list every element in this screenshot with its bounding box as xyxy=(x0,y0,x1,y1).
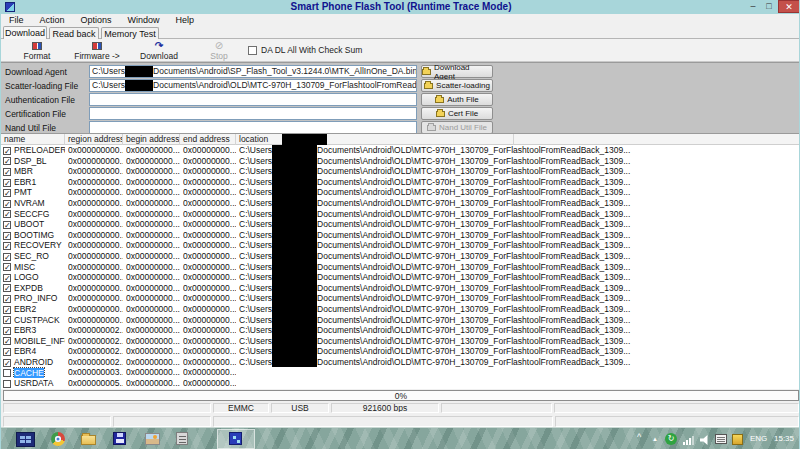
table-row[interactable]: ✓CUSTPACK 0x000000000... 0x00000000... 0… xyxy=(1,315,800,326)
column-header-end-address[interactable]: end address xyxy=(180,134,236,145)
row-checkbox[interactable] xyxy=(3,369,11,377)
menu-action[interactable]: Action xyxy=(32,15,73,25)
tray-app-icon[interactable] xyxy=(732,434,743,445)
row-checkbox[interactable]: ✓ xyxy=(3,189,11,197)
tab-download[interactable]: Download xyxy=(3,26,47,39)
row-checkbox[interactable]: ✓ xyxy=(3,242,11,250)
file-explorer-icon[interactable] xyxy=(81,435,96,445)
menu-options[interactable]: Options xyxy=(73,15,120,25)
da-dl-checksum-checkbox[interactable] xyxy=(248,46,257,55)
table-row[interactable]: ✓BOOTIMG 0x000000000... 0x00000000... 0x… xyxy=(1,230,800,241)
table-row[interactable]: ✓SEC_RO 0x000000000... 0x00000000... 0x0… xyxy=(1,251,800,262)
row-checkbox[interactable]: ✓ xyxy=(3,221,11,229)
row-checkbox[interactable]: ✓ xyxy=(3,359,11,367)
table-row[interactable]: ✓NVRAM 0x000000000... 0x00000000... 0x00… xyxy=(1,198,800,209)
row-checkbox[interactable]: ✓ xyxy=(3,157,11,165)
table-row[interactable]: USRDATA 0x000000005... 0x00000000... 0x0… xyxy=(1,378,800,389)
row-checkbox[interactable] xyxy=(3,380,11,388)
menu-help[interactable]: Help xyxy=(168,15,203,25)
minimize-button[interactable]: – xyxy=(745,0,761,13)
location: C:\UsersDocuments\Android\OLD\MTC-970H_1… xyxy=(239,240,799,251)
row-checkbox[interactable]: ✓ xyxy=(3,168,11,176)
table-row[interactable]: ✓EBR4 0x000000002... 0x00000000... 0x000… xyxy=(1,346,800,357)
row-checkbox[interactable]: ✓ xyxy=(3,232,11,240)
chrome-icon[interactable] xyxy=(51,432,65,446)
input-device-icon[interactable] xyxy=(715,434,727,444)
table-row[interactable]: ✓PRELOADER 0x000000000... 0x00000000... … xyxy=(1,145,800,156)
table-row[interactable]: ✓RECOVERY 0x000000000... 0x00000000... 0… xyxy=(1,240,800,251)
tab-memory-test[interactable]: Memory Test xyxy=(101,27,159,39)
file-path-input[interactable] xyxy=(89,93,417,106)
browse-button[interactable]: Download Agent xyxy=(421,65,493,78)
network-signal-icon[interactable] xyxy=(683,436,695,445)
table-row[interactable]: ✓MBR 0x000000000... 0x00000000... 0x0000… xyxy=(1,166,800,177)
file-path-input[interactable] xyxy=(89,107,417,120)
file-path-input[interactable]: C:\UsersDocuments\Android\OLD\MTC-970H_1… xyxy=(89,79,417,92)
row-checkbox[interactable]: ✓ xyxy=(3,179,11,187)
table-row[interactable]: ✓EXPDB 0x000000000... 0x00000000... 0x00… xyxy=(1,283,800,294)
row-checkbox[interactable]: ✓ xyxy=(3,200,11,208)
table-row[interactable]: ✓LOGO 0x000000000... 0x00000000... 0x000… xyxy=(1,272,800,283)
row-checkbox[interactable]: ✓ xyxy=(3,306,11,314)
end-address: 0x00000000... xyxy=(183,198,236,209)
table-row[interactable]: ✓UBOOT 0x000000000... 0x00000000... 0x00… xyxy=(1,219,800,230)
volume-icon[interactable] xyxy=(700,435,710,445)
language-indicator[interactable]: ENG xyxy=(750,434,767,443)
show-hidden-icons[interactable]: ▲ xyxy=(652,436,658,442)
table-row[interactable]: ✓EBR2 0x000000000... 0x00000000... 0x000… xyxy=(1,304,800,315)
flash-tool-taskbar-icon[interactable] xyxy=(229,432,242,445)
row-checkbox[interactable]: ✓ xyxy=(3,348,11,356)
table-row[interactable]: ✓PMT 0x000000000... 0x00000000... 0x0000… xyxy=(1,187,800,198)
region-address: 0x000000000... xyxy=(68,262,123,273)
menu-window[interactable]: Window xyxy=(120,15,168,25)
browse-button[interactable]: Auth File xyxy=(421,93,493,106)
title-bar[interactable]: Smart Phone Flash Tool (Runtime Trace Mo… xyxy=(1,0,800,14)
row-checkbox[interactable]: ✓ xyxy=(3,253,11,261)
tab-read-back[interactable]: Read back xyxy=(49,27,99,39)
column-header-name[interactable]: name xyxy=(1,134,65,145)
gray-app-icon[interactable] xyxy=(176,432,188,445)
table-row[interactable]: ✓PRO_INFO 0x000000000... 0x00000000... 0… xyxy=(1,293,800,304)
file-path-input[interactable]: C:\UsersDocuments\Android\SP_Flash_Tool_… xyxy=(89,65,417,78)
clock[interactable]: 15:35 xyxy=(774,434,794,443)
close-button[interactable]: ✕ xyxy=(778,0,800,13)
image-viewer-icon[interactable] xyxy=(145,433,160,445)
table-row[interactable]: CACHE 0x000000003... 0x00000000... 0x000… xyxy=(1,367,800,378)
table-row[interactable]: ✓EBR3 0x000000002... 0x00000000... 0x000… xyxy=(1,325,800,336)
location: C:\UsersDocuments\Android\OLD\MTC-970H_1… xyxy=(239,325,799,336)
menu-file[interactable]: File xyxy=(1,15,32,25)
tray-chevron-icon[interactable]: ^ xyxy=(637,432,641,442)
end-address: 0x00000000... xyxy=(183,325,236,336)
row-checkbox[interactable]: ✓ xyxy=(3,327,11,335)
column-header-location[interactable]: location xyxy=(236,134,514,145)
row-checkbox[interactable]: ✓ xyxy=(3,316,11,324)
table-row[interactable]: ✓SECCFG 0x000000000... 0x00000000... 0x0… xyxy=(1,209,800,220)
table-row[interactable]: ✓MISC 0x000000000... 0x00000000... 0x000… xyxy=(1,262,800,273)
table-row[interactable]: ✓DSP_BL 0x000000000... 0x00000000... 0x0… xyxy=(1,156,800,167)
file-field-label: Nand Util File xyxy=(5,123,56,133)
row-checkbox[interactable]: ✓ xyxy=(3,210,11,218)
maximize-button[interactable]: □ xyxy=(761,0,777,13)
status-panel xyxy=(3,416,111,427)
update-tray-icon[interactable]: ↻ xyxy=(665,433,677,445)
row-checkbox[interactable]: ✓ xyxy=(3,295,11,303)
start-button[interactable] xyxy=(16,432,35,447)
column-header-region-address[interactable]: region address xyxy=(65,134,123,145)
table-row[interactable]: ✓EBR1 0x000000000... 0x00000000... 0x000… xyxy=(1,177,800,188)
row-checkbox[interactable]: ✓ xyxy=(3,284,11,292)
row-checkbox[interactable]: ✓ xyxy=(3,147,11,155)
da-dl-checksum-option[interactable]: DA DL All With Check Sum xyxy=(248,45,362,55)
column-header-begin-address[interactable]: begin address xyxy=(123,134,180,145)
table-row[interactable]: ✓MOBILE_INFO 0x000000002... 0x00000000..… xyxy=(1,336,800,347)
row-checkbox[interactable]: ✓ xyxy=(3,274,11,282)
begin-address: 0x00000000... xyxy=(126,378,180,389)
region-address: 0x000000000... xyxy=(68,177,123,188)
table-row[interactable]: ✓ANDROID 0x000000002... 0x00000000... 0x… xyxy=(1,357,800,368)
row-checkbox[interactable]: ✓ xyxy=(3,337,11,345)
tab-bar: Download Read back Memory Test xyxy=(1,26,800,39)
floppy-app-icon[interactable] xyxy=(113,432,126,445)
browse-button[interactable]: Cert File xyxy=(421,107,493,120)
format-icon xyxy=(32,42,42,50)
browse-button[interactable]: Scatter-loading xyxy=(421,79,493,92)
row-checkbox[interactable]: ✓ xyxy=(3,263,11,271)
